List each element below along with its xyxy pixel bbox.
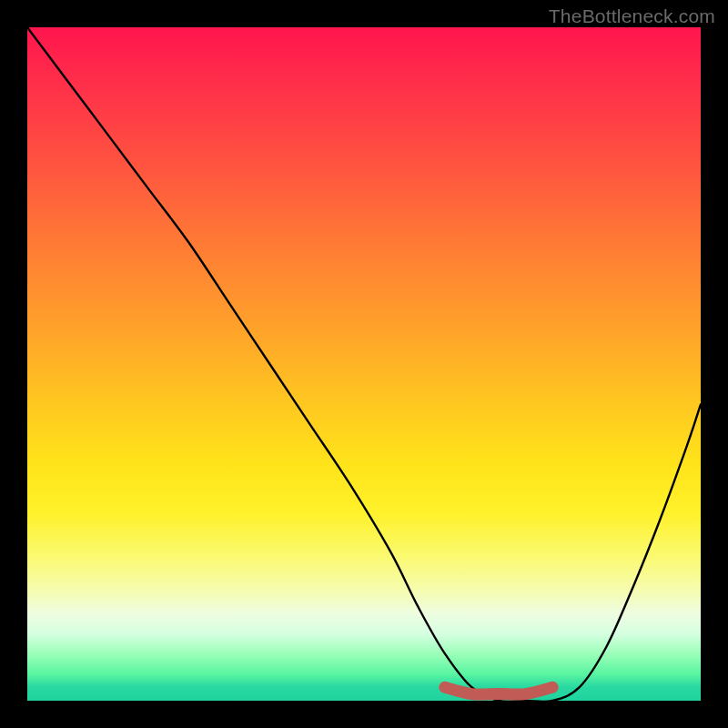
chart-frame: TheBottleneck.com — [0, 0, 728, 728]
bottom-marker-path — [445, 687, 552, 694]
chart-svg — [27, 27, 701, 701]
plot-area — [27, 27, 701, 701]
bottleneck-curve-path — [27, 27, 701, 701]
watermark-text: TheBottleneck.com — [549, 5, 715, 27]
